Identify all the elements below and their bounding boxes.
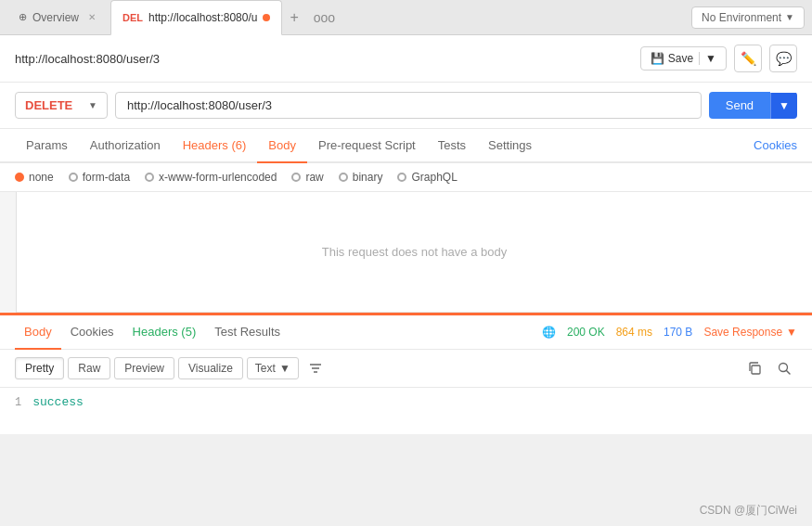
no-body-text: This request does not have a body — [322, 245, 507, 259]
tab-modified-dot — [263, 14, 270, 21]
body-type-binary-label: binary — [353, 171, 383, 184]
send-main-button[interactable]: Send — [709, 92, 770, 119]
response-status-area: 🌐 200 OK 864 ms 170 B Save Response ▼ — [542, 326, 797, 339]
body-type-raw[interactable]: raw — [291, 171, 323, 184]
edit-button[interactable]: ✏️ — [734, 45, 762, 72]
body-type-none[interactable]: none — [15, 171, 54, 184]
radio-none — [15, 173, 24, 182]
response-body: 1 success — [0, 388, 812, 434]
status-size: 170 B — [664, 326, 692, 339]
body-type-graphql[interactable]: GraphQL — [397, 171, 457, 184]
response-tabs-bar: Body Cookies Headers (5) Test Results 🌐 … — [0, 315, 812, 350]
method-selector[interactable]: DELETE ▼ — [15, 92, 108, 119]
tab-cookies[interactable]: Cookies — [754, 129, 797, 161]
env-chevron-icon: ▼ — [785, 12, 794, 22]
svg-rect-3 — [752, 366, 760, 374]
tab-tests[interactable]: Tests — [427, 129, 477, 163]
body-type-urlencoded-label: x-www-form-urlencoded — [159, 171, 277, 184]
resp-tab-body[interactable]: Body — [15, 315, 61, 350]
sidebar-note — [0, 192, 17, 313]
line-number-1: 1 — [15, 396, 21, 409]
tab-params[interactable]: Params — [15, 129, 79, 163]
response-line-1: 1 success — [15, 395, 797, 409]
status-code: 200 OK — [567, 326, 605, 339]
content-main: This request does not have a body — [17, 192, 812, 313]
tab-overview[interactable]: ⊕ Overview ✕ — [7, 0, 110, 35]
radio-form-data — [69, 173, 78, 182]
format-type-dropdown[interactable]: Text ▼ — [247, 357, 299, 379]
save-response-button[interactable]: Save Response ▼ — [703, 326, 797, 339]
resp-tab-cookies[interactable]: Cookies — [61, 315, 123, 350]
watermark: CSDN @厦门CiWei — [700, 503, 797, 519]
body-type-form-data[interactable]: form-data — [69, 171, 130, 184]
overview-icon: ⊕ — [19, 11, 27, 23]
body-type-form-data-label: form-data — [83, 171, 130, 184]
response-value-1: success — [32, 395, 84, 409]
format-raw-button[interactable]: Raw — [68, 357, 110, 379]
body-type-urlencoded[interactable]: x-www-form-urlencoded — [145, 171, 277, 184]
svg-line-5 — [787, 371, 791, 375]
no-body-message: This request does not have a body — [17, 192, 812, 313]
format-visualize-button[interactable]: Visualize — [178, 357, 243, 379]
tab-more-button[interactable]: ooo — [306, 6, 342, 29]
format-preview-button[interactable]: Preview — [114, 357, 174, 379]
request-tabs: Params Authorization Headers (6) Body Pr… — [0, 129, 812, 163]
request-bar: DELETE ▼ Send ▼ — [0, 83, 812, 129]
format-type-chevron-icon: ▼ — [279, 362, 290, 375]
resp-tab-headers[interactable]: Headers (5) — [123, 315, 206, 350]
body-type-bar: none form-data x-www-form-urlencoded raw… — [0, 163, 812, 192]
tab-overview-label: Overview — [32, 11, 79, 24]
search-button[interactable] — [771, 355, 797, 381]
globe-icon: 🌐 — [542, 326, 556, 339]
tab-authorization[interactable]: Authorization — [79, 129, 172, 163]
response-format-bar: Pretty Raw Preview Visualize Text ▼ — [0, 350, 812, 388]
send-button-group: Send ▼ — [709, 92, 797, 119]
format-pretty-button[interactable]: Pretty — [15, 357, 64, 379]
comment-icon: 💬 — [776, 51, 792, 66]
tab-headers[interactable]: Headers (6) — [172, 129, 258, 163]
body-type-graphql-label: GraphQL — [411, 171, 457, 184]
request-url-display: http://localhost:8080/user/3 — [15, 52, 160, 66]
format-type-label: Text — [255, 362, 276, 375]
radio-binary — [339, 173, 348, 182]
body-type-none-label: none — [29, 171, 54, 184]
comment-button[interactable]: 💬 — [769, 45, 797, 72]
tab-pre-request[interactable]: Pre-request Script — [307, 129, 427, 163]
body-type-binary[interactable]: binary — [339, 171, 383, 184]
copy-button[interactable] — [741, 355, 767, 381]
tab-url-label: http://localhost:8080/u — [148, 11, 257, 24]
save-label: Save — [668, 52, 693, 65]
resp-tab-test-results[interactable]: Test Results — [205, 315, 290, 350]
tab-body[interactable]: Body — [257, 129, 307, 163]
url-bar: http://localhost:8080/user/3 💾 Save ▼ ✏️… — [0, 35, 812, 83]
save-icon: 💾 — [651, 52, 664, 65]
environment-selector[interactable]: No Environment ▼ — [691, 6, 805, 29]
radio-urlencoded — [145, 173, 154, 182]
save-response-chevron-icon: ▼ — [786, 326, 797, 339]
save-chevron-icon[interactable]: ▼ — [699, 52, 716, 65]
filter-button[interactable] — [303, 355, 329, 381]
tab-method-label: DEL — [122, 12, 143, 23]
method-value: DELETE — [25, 98, 72, 112]
status-time: 864 ms — [616, 326, 652, 339]
body-type-raw-label: raw — [305, 171, 323, 184]
url-actions: 💾 Save ▼ ✏️ 💬 — [640, 45, 797, 72]
content-area: This request does not have a body — [0, 192, 812, 313]
radio-graphql — [397, 173, 406, 182]
env-label: No Environment — [702, 11, 781, 24]
tab-bar: ⊕ Overview ✕ DEL http://localhost:8080/u… — [0, 0, 812, 35]
tab-overview-close[interactable]: ✕ — [84, 10, 99, 24]
tab-delete-request[interactable]: DEL http://localhost:8080/u — [110, 0, 282, 35]
save-button[interactable]: 💾 Save ▼ — [640, 46, 727, 71]
method-chevron-icon: ▼ — [88, 100, 97, 110]
edit-icon: ✏️ — [741, 51, 756, 66]
response-section: Body Cookies Headers (5) Test Results 🌐 … — [0, 313, 812, 434]
url-input[interactable] — [115, 92, 702, 119]
tab-settings[interactable]: Settings — [477, 129, 543, 163]
save-response-label: Save Response — [703, 326, 782, 339]
send-dropdown-button[interactable]: ▼ — [770, 93, 797, 119]
tab-add-button[interactable]: + — [282, 6, 305, 30]
radio-raw — [291, 173, 301, 182]
